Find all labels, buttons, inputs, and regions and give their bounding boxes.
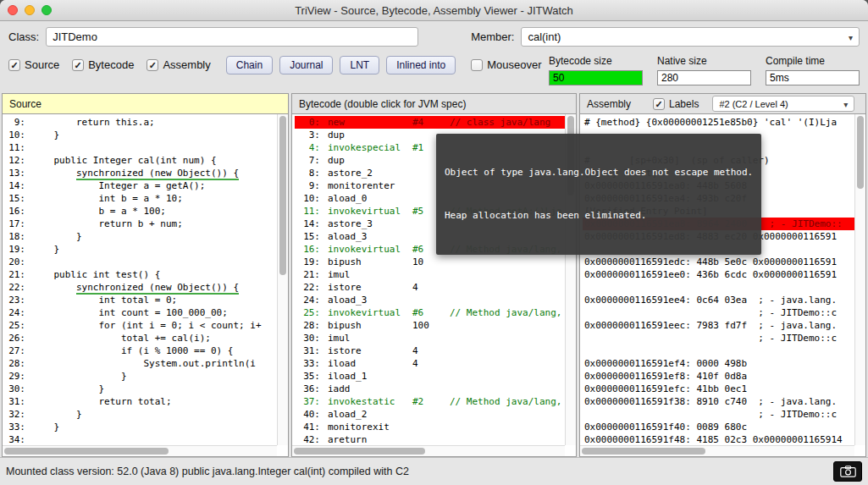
check-icon xyxy=(653,98,665,110)
bytecode-row[interactable]: 19:bipush10 xyxy=(295,256,565,268)
source-line[interactable]: 16: b = a * 100; xyxy=(5,205,277,218)
labels-checkbox[interactable]: Labels xyxy=(653,98,699,110)
assembly-vscrollbar[interactable] xyxy=(854,114,865,445)
source-line[interactable]: 18: } xyxy=(5,230,277,243)
assembly-line[interactable] xyxy=(583,281,854,294)
assembly-line[interactable]: ; - JITDemo::c xyxy=(583,408,854,421)
assembly-line[interactable]: 0x0000000116591ef4: 0000 498b xyxy=(583,357,854,370)
source-vscrollbar-thumb[interactable] xyxy=(279,116,286,275)
source-vscrollbar[interactable] xyxy=(277,114,288,445)
source-line[interactable]: 28: System.out.println(i xyxy=(5,357,277,370)
bytecode-row[interactable]: 36:iadd xyxy=(295,383,565,395)
bytecode-row[interactable]: 21:imul xyxy=(295,268,565,281)
source-line-text: if (i % 1000 == 0) { xyxy=(31,344,233,357)
bytecode-row[interactable]: 0:new#4// class java/lang xyxy=(295,116,565,129)
bytecode-row[interactable]: 25:invokevirtual#6// Method java/lang, xyxy=(295,306,565,319)
bytecode-row[interactable]: 28:bipush100 xyxy=(295,319,565,332)
close-icon[interactable] xyxy=(8,5,18,15)
source-line[interactable]: 9: return this.a; xyxy=(5,116,277,129)
bytecode-row[interactable]: 30:imul xyxy=(295,332,565,344)
source-line[interactable]: 24: int count = 100_000_00; xyxy=(5,306,277,319)
source-checkbox[interactable]: Source xyxy=(8,58,59,71)
assembly-line[interactable]: 0x0000000116591f48: 4185 02c3 0x00000001… xyxy=(583,433,854,445)
inlined-into-button[interactable]: Inlined into xyxy=(386,56,456,74)
source-line[interactable]: 26: total += cal(i); xyxy=(5,332,277,344)
source-line[interactable]: 14: Integer a = getA(); xyxy=(5,179,277,192)
assembly-line[interactable]: 0x0000000116591ee0: 436b 6cdc 0x00000001… xyxy=(583,268,854,281)
bytecode-hscrollbar-thumb[interactable] xyxy=(294,448,425,455)
member-dropdown[interactable]: cal(int) xyxy=(521,27,860,47)
class-input[interactable] xyxy=(46,27,418,47)
assembly-hscrollbar-thumb[interactable] xyxy=(582,448,705,455)
source-line[interactable]: 33: } xyxy=(5,421,277,433)
assembly-line[interactable]: 0x0000000116591eec: 7983 fd7f ; - java.l… xyxy=(583,319,854,332)
assembly-line[interactable] xyxy=(583,344,854,357)
bytecode-row[interactable]: 37:invokestatic#2// Method java/lang, xyxy=(295,395,565,408)
source-line[interactable]: 23: int total = 0; xyxy=(5,294,277,306)
bytecode-instruction: aload_0 xyxy=(328,192,412,205)
source-line[interactable]: 31: return total; xyxy=(5,395,277,408)
bytecode-row[interactable]: 33:iload4 xyxy=(295,357,565,370)
bytecode-checkbox[interactable]: Bytecode xyxy=(72,58,134,71)
assembly-line[interactable]: 0x0000000116591ef8: 410f 0d8a xyxy=(583,370,854,383)
source-line[interactable]: 29: } xyxy=(5,370,277,383)
minimize-icon[interactable] xyxy=(25,5,35,15)
window-title: TriView - Source, Bytecode, Assembly Vie… xyxy=(295,4,573,17)
assembly-line[interactable]: ; - JITDemo::c xyxy=(583,306,854,319)
source-line[interactable]: 15: int b = a * 10; xyxy=(5,192,277,205)
bytecode-row[interactable]: 42:areturn xyxy=(295,433,565,445)
source-line[interactable]: 11: xyxy=(5,141,277,154)
bytecode-offset: 14: xyxy=(296,218,320,230)
source-line-text: for (int i = 0; i < count; i+ xyxy=(31,319,262,332)
lnt-button[interactable]: LNT xyxy=(340,56,379,74)
source-line-text: return total; xyxy=(31,395,172,408)
source-line[interactable]: 13: synchronized (new Object()) { xyxy=(5,167,277,179)
screenshot-button[interactable] xyxy=(833,461,862,482)
source-hscrollbar[interactable] xyxy=(3,445,277,456)
source-line[interactable]: 30: } xyxy=(5,383,277,395)
source-line[interactable]: 22: synchronized (new Object()) { xyxy=(5,281,277,294)
bytecode-hscrollbar[interactable] xyxy=(292,445,565,456)
source-line[interactable]: 25: for (int i = 0; i < count; i+ xyxy=(5,319,277,332)
source-line[interactable]: 32: } xyxy=(5,408,277,421)
eliminated-lock-highlight: synchronized (new Object()) { xyxy=(76,282,239,295)
compile-time-field: 5ms xyxy=(766,70,860,85)
source-line[interactable]: 17: return b + num; xyxy=(5,218,277,230)
assembly-line[interactable]: 0x0000000116591ee4: 0c64 03ea ; - java.l… xyxy=(583,294,854,306)
source-line[interactable]: 20: xyxy=(5,256,277,268)
source-line[interactable]: 34: xyxy=(5,433,277,445)
assembly-line[interactable]: 0x0000000116591edc: 448b 5e0c 0x00000001… xyxy=(583,256,854,268)
source-line-number: 22: xyxy=(5,281,25,294)
assembly-line[interactable]: 0x0000000116591efc: 41bb 0ec1 xyxy=(583,383,854,395)
journal-button[interactable]: Journal xyxy=(279,56,333,74)
assembly-line[interactable]: 0x0000000116591f38: 8910 c740 ; - java.l… xyxy=(583,395,854,408)
source-line-text: int count = 100_000_00; xyxy=(31,306,228,319)
source-hscrollbar-thumb[interactable] xyxy=(4,448,169,455)
bytecode-row[interactable]: 41:monitorexit xyxy=(295,421,565,433)
bytecode-row[interactable]: 24:aload_3 xyxy=(295,294,565,306)
chain-button[interactable]: Chain xyxy=(226,56,273,74)
source-line[interactable]: 12: public Integer cal(int num) { xyxy=(5,154,277,167)
source-line[interactable]: 10: } xyxy=(5,129,277,141)
tooltip-line-1: Object of type java.lang.Object does not… xyxy=(445,165,753,179)
bytecode-row[interactable]: 22:istore4 xyxy=(295,281,565,294)
assembly-panel-title: Assembly xyxy=(587,98,631,110)
source-line[interactable]: 21: public int test() { xyxy=(5,268,277,281)
assembly-line[interactable]: # {method} {0x00000001251e85b0} 'cal' '(… xyxy=(583,116,854,129)
assembly-checkbox[interactable]: Assembly xyxy=(147,58,210,71)
assembly-vscrollbar-thumb[interactable] xyxy=(857,116,864,189)
source-line[interactable]: 27: if (i % 1000 == 0) { xyxy=(5,344,277,357)
source-line[interactable]: 19: } xyxy=(5,243,277,256)
bytecode-row[interactable]: 40:aload_2 xyxy=(295,408,565,421)
assembly-line[interactable]: 0x0000000116591f40: 0089 680c xyxy=(583,421,854,433)
source-line-number: 17: xyxy=(5,218,25,230)
bytecode-operand: 4 xyxy=(412,344,450,357)
compilation-dropdown[interactable]: #2 (C2 / Level 4) xyxy=(712,96,854,112)
assembly-line[interactable]: ; - JITDemo::c xyxy=(583,332,854,344)
zoom-icon[interactable] xyxy=(41,5,52,15)
bytecode-row[interactable]: 31:istore4 xyxy=(295,344,565,357)
assembly-hscrollbar[interactable] xyxy=(580,445,854,456)
bytecode-offset: 30: xyxy=(296,332,320,344)
mouseover-checkbox[interactable]: Mouseover xyxy=(471,58,541,71)
bytecode-row[interactable]: 35:iload_1 xyxy=(295,370,565,383)
